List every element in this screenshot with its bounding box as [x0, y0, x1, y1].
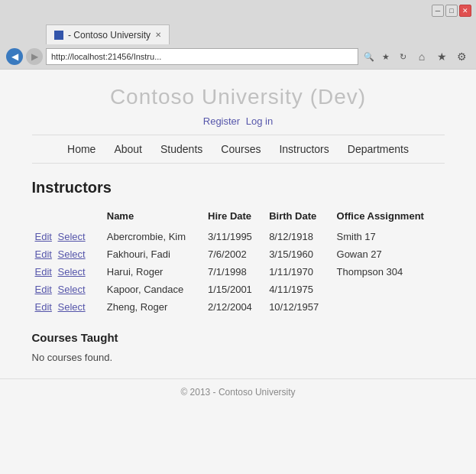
settings-icon[interactable]: ⚙	[453, 48, 470, 65]
instructor-name: Fakhouri, Fadi	[104, 245, 205, 263]
select-link[interactable]: Select	[58, 301, 86, 313]
instructor-name: Harui, Roger	[104, 263, 205, 281]
title-bar: ─ □ ✕	[0, 0, 476, 21]
toolbar-icons: ⌂ ★ ⚙	[413, 48, 470, 65]
instructor-name: Kapoor, Candace	[104, 281, 205, 298]
browser-tab[interactable]: - Contoso University ✕	[46, 24, 170, 44]
footer: © 2013 - Contoso University	[0, 378, 476, 405]
page-content: Contoso University (Dev) Register Log in…	[17, 70, 460, 378]
nav-courses[interactable]: Courses	[221, 143, 261, 155]
refresh-icon[interactable]: ↻	[395, 49, 410, 64]
hire-date: 7/6/2002	[205, 245, 266, 263]
actions-header	[32, 207, 104, 228]
address-bar: ◀ ▶ 🔍 ★ ↻ ⌂ ★ ⚙	[0, 44, 476, 69]
table-row: Edit Select Kapoor, Candace 1/15/2001 4/…	[32, 281, 445, 298]
address-icons: 🔍 ★ ↻	[361, 49, 410, 64]
site-links: Register Log in	[32, 115, 445, 127]
minimize-button[interactable]: ─	[432, 5, 444, 17]
hire-date-header: Hire Date	[205, 207, 266, 228]
birth-date: 10/12/1957	[266, 298, 333, 316]
edit-link[interactable]: Edit	[35, 284, 52, 295]
table-row: Edit Select Harui, Roger 7/1/1998 1/11/1…	[32, 263, 445, 281]
site-title: Contoso University (Dev)	[32, 85, 445, 109]
office-assignment: Thompson 304	[334, 263, 445, 281]
instructor-name: Abercrombie, Kim	[104, 228, 205, 245]
select-link[interactable]: Select	[58, 248, 86, 260]
nav-instructors[interactable]: Instructors	[279, 143, 329, 155]
bookmark-icon[interactable]: ★	[378, 49, 393, 64]
close-button[interactable]: ✕	[459, 5, 471, 17]
home-icon[interactable]: ⌂	[413, 48, 430, 65]
hire-date: 7/1/1998	[205, 263, 266, 281]
select-link[interactable]: Select	[58, 231, 86, 242]
nav-students[interactable]: Students	[160, 143, 202, 155]
row-actions: Edit Select	[32, 245, 104, 263]
table-row: Edit Select Zheng, Roger 2/12/2004 10/12…	[32, 298, 445, 316]
browser-chrome: ─ □ ✕ - Contoso University ✕ ◀ ▶ 🔍 ★ ↻ ⌂…	[0, 0, 476, 70]
tab-favicon	[54, 31, 63, 40]
office-assignment: Gowan 27	[334, 245, 445, 263]
back-button[interactable]: ◀	[6, 48, 23, 65]
row-actions: Edit Select	[32, 228, 104, 245]
forward-button[interactable]: ▶	[26, 48, 43, 65]
tab-close-icon[interactable]: ✕	[155, 31, 161, 39]
instructors-table: Name Hire Date Birth Date Office Assignm…	[32, 207, 445, 316]
row-actions: Edit Select	[32, 298, 104, 316]
register-link[interactable]: Register	[203, 115, 240, 127]
nav-bar: Home About Students Courses Instructors …	[32, 135, 445, 164]
nav-about[interactable]: About	[114, 143, 142, 155]
name-header: Name	[104, 207, 205, 228]
nav-home[interactable]: Home	[67, 143, 96, 155]
select-link[interactable]: Select	[58, 266, 86, 278]
birth-date: 4/11/1975	[266, 281, 333, 298]
hire-date: 1/15/2001	[205, 281, 266, 298]
login-link[interactable]: Log in	[246, 115, 273, 127]
edit-link[interactable]: Edit	[35, 301, 52, 313]
search-icon[interactable]: 🔍	[361, 49, 377, 64]
row-actions: Edit Select	[32, 281, 104, 298]
edit-link[interactable]: Edit	[35, 266, 52, 278]
table-row: Edit Select Fakhouri, Fadi 7/6/2002 3/15…	[32, 245, 445, 263]
nav-departments[interactable]: Departments	[348, 143, 409, 155]
instructors-section-title: Instructors	[32, 179, 445, 196]
hire-date: 2/12/2004	[205, 298, 266, 316]
hire-date: 3/11/1995	[205, 228, 266, 245]
office-assignment	[334, 298, 445, 316]
instructor-name: Zheng, Roger	[104, 298, 205, 316]
row-actions: Edit Select	[32, 263, 104, 281]
office-assignment	[334, 281, 445, 298]
birth-date: 8/12/1918	[266, 228, 333, 245]
no-courses-message: No courses found.	[32, 352, 445, 363]
favorites-icon[interactable]: ★	[433, 48, 450, 65]
title-bar-controls: ─ □ ✕	[432, 5, 471, 17]
courses-taught-title: Courses Taught	[32, 331, 445, 344]
maximize-button[interactable]: □	[445, 5, 458, 17]
table-row: Edit Select Abercrombie, Kim 3/11/1995 8…	[32, 228, 445, 245]
page-wrapper: Contoso University (Dev) Register Log in…	[0, 70, 476, 474]
office-assignment: Smith 17	[334, 228, 445, 245]
birth-date: 1/11/1970	[266, 263, 333, 281]
edit-link[interactable]: Edit	[35, 248, 52, 260]
office-header: Office Assignment	[334, 207, 445, 228]
address-input[interactable]	[46, 48, 358, 65]
birth-date-header: Birth Date	[266, 207, 333, 228]
edit-link[interactable]: Edit	[35, 231, 52, 242]
tab-bar: - Contoso University ✕	[0, 21, 476, 44]
tab-label: - Contoso University	[68, 30, 151, 41]
select-link[interactable]: Select	[58, 284, 86, 295]
birth-date: 3/15/1960	[266, 245, 333, 263]
footer-text: © 2013 - Contoso University	[180, 387, 295, 398]
